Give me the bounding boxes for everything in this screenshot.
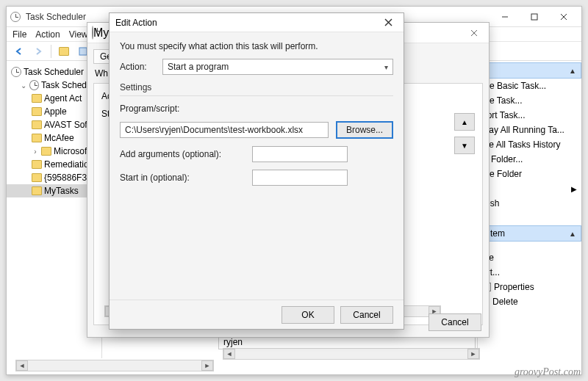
settings-label: Settings xyxy=(120,82,393,92)
instruction-text: You must specify what action this task w… xyxy=(120,41,393,51)
program-input[interactable]: C:\Users\ryjen\Documents\test-workbook.x… xyxy=(120,122,329,138)
clock-icon xyxy=(29,80,39,90)
sec-close-button[interactable] xyxy=(464,24,484,42)
folder-icon xyxy=(32,107,42,116)
tree-node-label: Remediatio xyxy=(44,159,89,170)
folder-icon xyxy=(32,160,42,169)
maximize-button[interactable] xyxy=(520,8,549,26)
tree-node-label: MyTasks xyxy=(44,186,79,196)
back-button[interactable] xyxy=(11,43,27,59)
svg-line-2 xyxy=(561,14,567,20)
action-item[interactable]: ate Task... xyxy=(478,93,581,108)
twisty-icon[interactable]: › xyxy=(32,148,39,156)
action-item[interactable]: w Folder... xyxy=(478,152,581,167)
chevron-down-icon: ▾ xyxy=(384,63,388,71)
collapse-icon[interactable]: ▲ xyxy=(569,67,576,75)
app-icon xyxy=(10,11,21,23)
move-down-button[interactable]: ▼ xyxy=(454,137,475,154)
action-item[interactable]: ble xyxy=(478,250,581,265)
action-item[interactable]: p xyxy=(478,211,581,225)
cancel-button[interactable]: Cancel xyxy=(340,306,393,324)
actions-pane: s▲ ate Basic Task... ate Task... port Ta… xyxy=(477,62,581,358)
tree-node-label: AVAST Soft xyxy=(44,120,90,130)
move-up-button[interactable]: ▲ xyxy=(454,113,475,131)
clock-icon xyxy=(11,67,21,77)
action-item[interactable]: ete Folder xyxy=(478,167,581,181)
action-item[interactable]: port Task... xyxy=(478,108,581,123)
menu-file[interactable]: File xyxy=(12,27,26,41)
browse-button[interactable]: Browse... xyxy=(336,121,393,139)
tree-node-label: {595886F3- xyxy=(44,173,90,183)
svg-line-5 xyxy=(471,30,477,36)
folder-icon xyxy=(41,147,51,156)
add-arguments-label: Add arguments (optional): xyxy=(120,149,245,159)
menu-action[interactable]: Action xyxy=(35,27,60,41)
action-item-label: Properties xyxy=(494,282,534,292)
toolbar-divider xyxy=(51,45,51,58)
folder-icon xyxy=(32,134,42,142)
toolbar-icon-1[interactable] xyxy=(56,43,72,59)
folder-icon xyxy=(32,94,42,103)
action-delete[interactable]: ✖Delete xyxy=(478,294,581,309)
center-scrollbar[interactable]: ◄ ► xyxy=(223,348,480,360)
scroll-left-icon[interactable]: ◄ xyxy=(16,360,28,371)
submenu-arrow-icon: ▶ xyxy=(571,185,577,193)
ok-button[interactable]: OK xyxy=(282,306,334,324)
start-in-input[interactable] xyxy=(252,170,348,186)
actions-header[interactable]: s▲ xyxy=(478,62,581,79)
svg-line-3 xyxy=(561,14,567,20)
collapse-icon[interactable]: ▲ xyxy=(569,230,576,238)
close-button[interactable] xyxy=(549,8,578,26)
tree-scrollbar[interactable]: ◄ ► xyxy=(15,360,214,371)
edit-close-button[interactable] xyxy=(379,15,398,30)
watermark: groovyPost.com xyxy=(514,366,581,378)
action-select[interactable]: Start a program ▾ xyxy=(162,59,393,75)
program-input-value: C:\Users\ryjen\Documents\test-workbook.x… xyxy=(125,125,303,135)
start-in-label: Start in (optional): xyxy=(120,173,245,183)
action-item[interactable]: ate Basic Task... xyxy=(478,79,581,93)
sec-title-text: My xyxy=(93,26,109,40)
folder-icon xyxy=(32,186,42,195)
svg-rect-4 xyxy=(79,48,87,55)
scroll-right-icon[interactable]: ► xyxy=(201,360,213,371)
tree-node-label: Agent Act xyxy=(44,93,82,104)
dialog-icon xyxy=(92,26,93,40)
folder-icon xyxy=(32,120,42,129)
action-item[interactable]: resh xyxy=(478,196,581,211)
action-item[interactable]: ort... xyxy=(478,265,581,280)
divider xyxy=(120,95,393,96)
forward-button[interactable] xyxy=(30,43,46,59)
action-item[interactable]: w▶ xyxy=(478,181,581,196)
action-select-value: Start a program xyxy=(168,62,229,72)
add-arguments-input[interactable] xyxy=(252,146,348,162)
twisty-icon[interactable]: ⌄ xyxy=(20,81,27,90)
minimize-button[interactable] xyxy=(490,8,520,26)
action-item[interactable]: ble All Tasks History xyxy=(478,137,581,152)
action-item-label: Delete xyxy=(492,297,518,307)
tree-node-label: McAfee xyxy=(44,133,74,143)
action-item[interactable]: play All Running Ta... xyxy=(478,123,581,137)
folder-icon xyxy=(32,173,42,182)
menu-view[interactable]: View xyxy=(69,27,88,41)
svg-rect-1 xyxy=(531,14,537,20)
tree-node-label: Microsoft xyxy=(54,146,90,156)
svg-line-6 xyxy=(471,30,477,36)
action-label: Action: xyxy=(120,62,155,72)
tree-node-label: Apple xyxy=(44,106,67,117)
action-properties[interactable]: Properties xyxy=(478,280,581,294)
program-label: Program/script: xyxy=(120,104,393,114)
sec-cancel-button[interactable]: Cancel xyxy=(429,313,481,331)
edit-action-dialog: Edit Action You must specify what action… xyxy=(109,12,404,330)
actions-header-item[interactable]: I Item▲ xyxy=(478,225,581,242)
edit-dialog-title: Edit Action xyxy=(115,18,157,28)
scroll-left-icon[interactable]: ◄ xyxy=(223,349,235,359)
scroll-right-icon[interactable]: ► xyxy=(467,349,479,359)
